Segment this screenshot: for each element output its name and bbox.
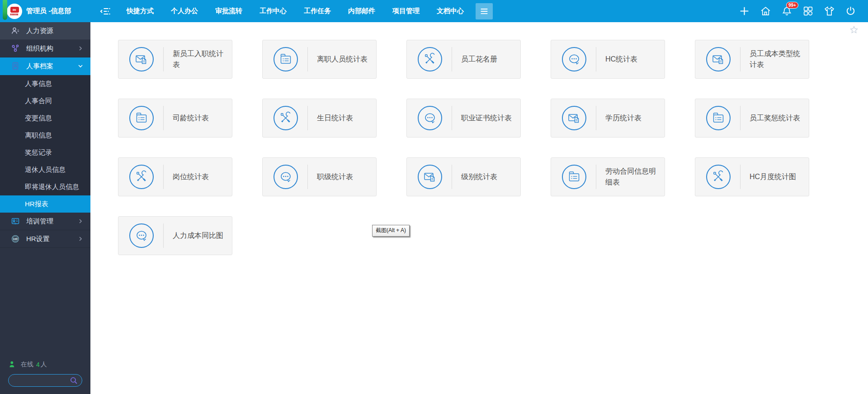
app-logo[interactable]: ∞ bbox=[7, 4, 22, 19]
report-card[interactable]: 员工成本类型统计表 bbox=[695, 40, 809, 79]
search-icon[interactable] bbox=[70, 376, 78, 385]
add-icon[interactable] bbox=[739, 5, 750, 17]
card-divider bbox=[307, 165, 308, 189]
sidebar-search bbox=[8, 374, 82, 387]
notification-badge: 99+ bbox=[786, 2, 798, 9]
sidebar-subitem[interactable]: 奖惩记录 bbox=[0, 144, 90, 161]
sidebar-subitem[interactable]: 变更信息 bbox=[0, 109, 90, 127]
infinity-logo-icon: ∞ bbox=[10, 7, 19, 13]
sidebar-item-training[interactable]: 培训管理 bbox=[0, 213, 90, 230]
topnav-item[interactable]: 审批流转 bbox=[215, 7, 242, 15]
sidebar-subitem-label: 奖惩记录 bbox=[25, 148, 52, 157]
main-content: 新员工入职统计表 离职人员统计表 员工花名册 bbox=[90, 22, 868, 394]
sidebar-subitem[interactable]: 人事合同 bbox=[0, 92, 90, 109]
report-card[interactable]: 职业证书统计表 bbox=[406, 99, 521, 138]
home-icon[interactable] bbox=[760, 5, 771, 17]
sidebar-bottom: 在线 4 人 bbox=[0, 358, 90, 394]
card-divider bbox=[740, 47, 741, 71]
tools-icon bbox=[134, 170, 149, 184]
report-card-label: 职业证书统计表 bbox=[461, 113, 514, 123]
theme-shirt-icon[interactable] bbox=[824, 5, 835, 17]
card-divider bbox=[163, 106, 164, 130]
report-card[interactable]: 离职人员统计表 bbox=[262, 40, 377, 79]
topbar-actions: 99+ bbox=[739, 5, 856, 17]
folder-list-icon bbox=[134, 111, 149, 125]
screenshot-tooltip: 截图(Alt + A) bbox=[372, 225, 410, 237]
sidebar-item-human-resources[interactable]: 人力资源 bbox=[0, 22, 90, 40]
topnav-item[interactable]: 项目管理 bbox=[392, 7, 420, 15]
report-card[interactable]: 学历统计表 bbox=[551, 99, 665, 138]
report-icon-circle bbox=[562, 165, 586, 189]
report-card[interactable]: 员工奖惩统计表 bbox=[695, 99, 809, 138]
green-bookmark-indicator bbox=[3, 0, 7, 20]
tools-icon bbox=[423, 52, 437, 66]
logout-power-icon[interactable] bbox=[845, 5, 856, 17]
report-card[interactable]: 劳动合同信息明细表 bbox=[551, 157, 665, 196]
sidebar-item-organization[interactable]: 组织机构 bbox=[0, 40, 90, 57]
mail-doc-icon bbox=[711, 52, 726, 66]
user-role-title: 管理员 -信息部 bbox=[26, 7, 71, 15]
card-divider bbox=[740, 165, 741, 189]
topnav-item[interactable]: 文档中心 bbox=[437, 7, 464, 15]
chevron-right-icon bbox=[77, 235, 84, 242]
report-card[interactable]: 员工花名册 bbox=[406, 40, 521, 79]
sidebar-item-hr-settings[interactable]: HR设置 bbox=[0, 230, 90, 248]
sidebar-item-label: HR设置 bbox=[26, 235, 50, 243]
chat-icon bbox=[278, 170, 293, 184]
report-card-grid: 新员工入职统计表 离职人员统计表 员工花名册 bbox=[118, 40, 814, 255]
report-card[interactable]: 职级统计表 bbox=[262, 157, 377, 196]
tools-icon bbox=[711, 170, 726, 184]
mail-doc-icon bbox=[567, 111, 581, 125]
report-card-label: 学历统计表 bbox=[605, 113, 659, 123]
chevron-right-icon bbox=[77, 218, 84, 225]
report-icon-circle bbox=[418, 47, 442, 71]
sidebar-subitem[interactable]: HR报表 bbox=[0, 195, 90, 213]
report-card[interactable]: 人力成本同比图 bbox=[118, 216, 232, 255]
topnav-item[interactable]: 工作中心 bbox=[259, 7, 287, 15]
online-unit: 人 bbox=[41, 361, 47, 369]
person-list-icon bbox=[11, 26, 20, 35]
report-card-label: 司龄统计表 bbox=[173, 113, 226, 123]
report-card[interactable]: 司龄统计表 bbox=[118, 99, 232, 138]
card-divider bbox=[596, 47, 596, 71]
report-icon-circle bbox=[274, 165, 298, 189]
report-card[interactable]: HC月度统计图 bbox=[695, 157, 809, 196]
report-icon-circle bbox=[562, 106, 586, 130]
topnav-item[interactable]: 快捷方式 bbox=[127, 7, 154, 15]
app-grid-icon[interactable] bbox=[802, 5, 814, 17]
sidebar-subitem[interactable]: 人事信息 bbox=[0, 75, 90, 92]
collapse-sidebar-icon[interactable] bbox=[99, 6, 111, 17]
top-bar: ∞ 管理员 -信息部 快捷方式 个人办公 审批流转 工作中心 工作任务 内部邮件… bbox=[0, 0, 868, 22]
topnav-item[interactable]: 个人办公 bbox=[171, 7, 198, 15]
report-icon-circle bbox=[129, 165, 154, 189]
card-divider bbox=[452, 106, 452, 130]
sidebar-subitem[interactable]: 即将退休人员信息 bbox=[0, 178, 90, 195]
report-card[interactable]: 岗位统计表 bbox=[118, 157, 232, 196]
more-menu-button[interactable] bbox=[476, 3, 493, 19]
topnav-item[interactable]: 内部邮件 bbox=[348, 7, 375, 15]
report-card[interactable]: 生日统计表 bbox=[262, 99, 377, 138]
report-icon-circle bbox=[706, 165, 731, 189]
report-card[interactable]: 新员工入职统计表 bbox=[118, 40, 232, 79]
sidebar-item-label: 培训管理 bbox=[26, 217, 53, 226]
mail-doc-icon bbox=[134, 52, 149, 66]
folder-list-icon bbox=[278, 52, 293, 66]
topnav-item[interactable]: 工作任务 bbox=[304, 7, 331, 15]
report-card-label: 员工花名册 bbox=[461, 54, 514, 65]
report-card[interactable]: 级别统计表 bbox=[406, 157, 521, 196]
chat-icon bbox=[134, 228, 149, 243]
sidebar-subitem[interactable]: 离职信息 bbox=[0, 127, 90, 144]
card-divider bbox=[307, 106, 308, 130]
report-card-label: 岗位统计表 bbox=[173, 171, 226, 182]
sidebar: 人力资源 组织机构 人事档案 人事信息 人事合同 变更信息 离职信息 bbox=[0, 22, 90, 394]
sidebar-subitem[interactable]: 退休人员信息 bbox=[0, 161, 90, 178]
favorite-star-icon[interactable] bbox=[849, 25, 859, 35]
card-divider bbox=[452, 165, 452, 189]
sidebar-subitem-label: 人事合同 bbox=[25, 97, 52, 105]
notifications-button[interactable]: 99+ bbox=[781, 5, 793, 17]
card-divider bbox=[307, 47, 308, 71]
sidebar-item-personnel-files[interactable]: 人事档案 bbox=[0, 57, 90, 75]
report-card[interactable]: HC统计表 bbox=[551, 40, 665, 79]
folder-list-icon bbox=[711, 111, 726, 125]
report-card-label: 员工成本类型统计表 bbox=[750, 48, 803, 70]
